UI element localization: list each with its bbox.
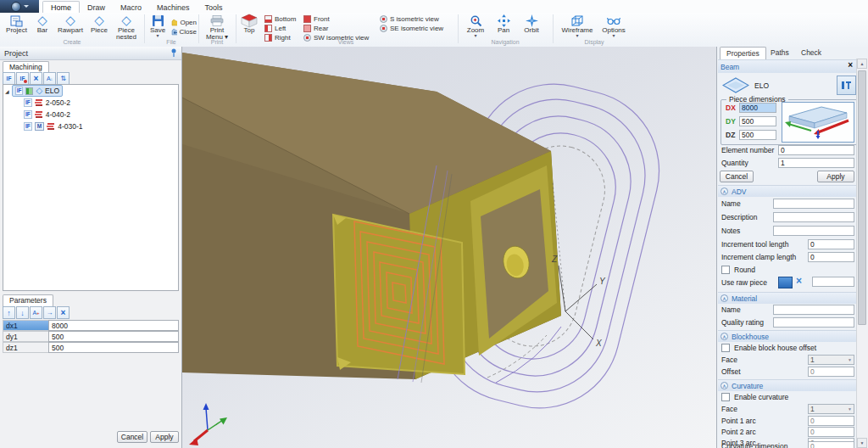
if-filter-remove-icon[interactable]: IF — [16, 72, 29, 85]
rawpart-button[interactable]: ◇ Rawpart — [54, 14, 86, 34]
quality-rating-input[interactable] — [773, 317, 854, 328]
viewport-3d[interactable]: Z Y X — [182, 47, 716, 448]
apply-button[interactable]: Apply — [817, 171, 854, 182]
parameter-name[interactable]: dz1 — [3, 342, 48, 353]
point-2-arc-input[interactable] — [808, 427, 854, 437]
scroll-up-icon[interactable]: ▲ — [857, 59, 867, 69]
move-up-icon[interactable]: ↑ — [3, 306, 15, 319]
enable-curvature-checkbox[interactable] — [721, 393, 730, 401]
orbit-button[interactable]: Orbit — [519, 14, 544, 34]
tab-home[interactable]: Home — [42, 1, 80, 13]
view-front-button[interactable]: Front — [303, 14, 376, 23]
curvature-dimension-input[interactable] — [808, 441, 854, 448]
ribbon-group-print: Print Menu ▾ Print — [200, 13, 234, 45]
save-button[interactable]: Save ▾ — [146, 14, 170, 38]
bar-button[interactable]: ◇ Bar — [32, 14, 53, 34]
piece-nested-button[interactable]: ◇ Piece nested — [112, 14, 141, 41]
increment-clamp-length-input[interactable] — [808, 252, 854, 262]
enable-blockhouse-checkbox[interactable] — [721, 344, 730, 352]
sort-az-icon[interactable]: A↓ — [43, 72, 56, 85]
view-rear-button[interactable]: Rear — [303, 24, 376, 32]
view-s-iso-button[interactable]: S isometric view — [380, 14, 453, 23]
wireframe-button[interactable]: Wireframe ▾ — [558, 14, 597, 38]
description-input[interactable] — [773, 212, 854, 222]
collapse-icon[interactable]: ∧ — [721, 294, 728, 302]
adv-section-header[interactable]: ∧ ADV — [718, 185, 856, 197]
tree-item[interactable]: IF 2-050-2 — [3, 97, 178, 109]
options-button[interactable]: Options ▾ — [598, 14, 629, 38]
curvature-section-header[interactable]: ∧ Curvature — [718, 379, 856, 391]
print-menu-button[interactable]: Print Menu ▾ — [203, 14, 231, 41]
increment-tool-length-input[interactable] — [808, 239, 854, 249]
sort-order-icon[interactable]: ⇅ — [57, 72, 70, 85]
tab-draw[interactable]: Draw — [80, 2, 113, 13]
tree-item[interactable]: IF 4-040-2 — [3, 109, 178, 120]
cancel-button[interactable]: Cancel — [720, 171, 754, 182]
collapse-icon[interactable]: ∧ — [721, 382, 728, 389]
quantity-input[interactable] — [778, 158, 854, 168]
parameter-value[interactable]: 500 — [48, 342, 179, 353]
rotate-piece-button[interactable] — [837, 76, 856, 95]
view-se-iso-button[interactable]: SE isometric view — [380, 24, 453, 32]
panel-scrollbar[interactable]: ▲ ▼ — [856, 59, 868, 448]
tab-paths[interactable]: Paths — [765, 47, 795, 59]
pan-button[interactable]: Pan — [492, 14, 515, 34]
tab-parameters[interactable]: Parameters — [3, 294, 53, 307]
delete-parameter-icon[interactable]: × — [57, 306, 70, 319]
parameter-name[interactable]: dx1 — [3, 320, 48, 331]
rename-icon[interactable]: → — [43, 306, 56, 319]
add-parameter-icon[interactable]: A+ — [30, 306, 42, 319]
view-bottom-button[interactable]: Bottom — [264, 14, 300, 23]
zoom-button[interactable]: Zoom ▾ — [463, 14, 488, 38]
app-menu-button[interactable] — [0, 0, 39, 13]
element-number-input[interactable] — [778, 145, 854, 155]
project-button[interactable]: Project — [3, 14, 31, 34]
parameter-name[interactable]: dy1 — [3, 331, 48, 342]
material-section-header[interactable]: ∧ Material — [718, 292, 856, 304]
point-1-arc-input[interactable] — [808, 416, 854, 426]
delete-icon[interactable]: × — [30, 72, 42, 85]
piece-button[interactable]: ◇ Piece — [88, 14, 110, 34]
blockhouse-face-select[interactable]: 1▼ — [808, 355, 854, 365]
clear-raw-piece-icon[interactable]: × — [796, 275, 802, 287]
dz-input[interactable] — [739, 130, 776, 140]
parameter-row[interactable]: dy1 500 — [3, 331, 179, 342]
collapse-icon[interactable]: ∧ — [721, 188, 728, 195]
apply-button[interactable]: Apply — [150, 431, 179, 443]
parameter-value[interactable]: 500 — [48, 331, 179, 342]
scroll-down-icon[interactable]: ▼ — [857, 438, 867, 448]
if-filter-icon[interactable]: IF — [3, 72, 15, 85]
blockhouse-section-header[interactable]: ∧ Blockhouse — [718, 330, 856, 342]
scrollbar-thumb[interactable] — [858, 70, 866, 325]
dy-input[interactable] — [739, 116, 776, 126]
collapse-icon[interactable]: ∧ — [721, 333, 728, 340]
tab-tools[interactable]: Tools — [198, 2, 231, 13]
cancel-button[interactable]: Cancel — [117, 431, 147, 443]
name-input[interactable] — [773, 199, 854, 209]
close-icon[interactable]: × — [848, 60, 853, 70]
dx-input[interactable] — [739, 103, 776, 113]
notes-input[interactable] — [773, 226, 854, 236]
tab-macro[interactable]: Macro — [113, 2, 149, 13]
pin-icon[interactable] — [170, 48, 177, 59]
parameter-row[interactable]: dz1 500 — [3, 342, 179, 353]
view-left-button[interactable]: Left — [264, 24, 300, 32]
tab-check[interactable]: Check — [795, 47, 827, 59]
parameter-value[interactable]: 8000 — [48, 320, 179, 331]
view-top-button[interactable]: Top — [237, 14, 261, 34]
tab-machines[interactable]: Machines — [149, 2, 198, 13]
tree-expand-icon[interactable]: ◢ — [5, 88, 9, 94]
open-button[interactable]: Open — [171, 18, 197, 26]
curvature-face-select[interactable]: 1▼ — [808, 404, 854, 414]
move-down-icon[interactable]: ↓ — [16, 306, 29, 319]
parameter-row[interactable]: dx1 8000 — [3, 320, 179, 331]
tree-item[interactable]: IF M 4-030-1 — [3, 120, 178, 132]
tab-properties[interactable]: Properties — [720, 47, 766, 59]
tree-root-elo[interactable]: ◢ IF ◇ ELO — [3, 85, 178, 97]
material-name-input[interactable] — [773, 305, 854, 315]
raw-piece-input[interactable] — [812, 277, 854, 287]
pick-raw-piece-icon[interactable] — [778, 277, 793, 288]
round-checkbox[interactable] — [721, 266, 730, 274]
blockhouse-offset-input[interactable] — [808, 367, 854, 377]
close-button[interactable]: Close — [171, 27, 197, 36]
